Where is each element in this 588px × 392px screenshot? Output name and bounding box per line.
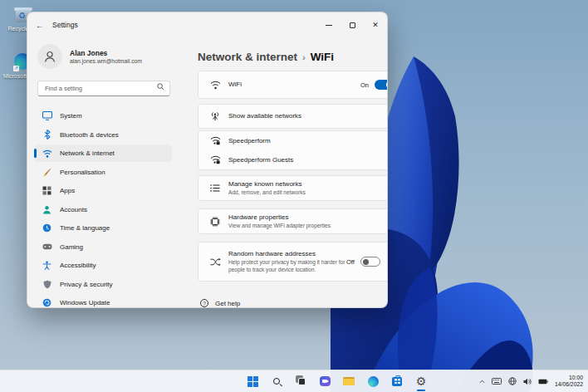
help-icon: ?: [200, 299, 208, 307]
sidebar-item-label: Accounts: [60, 206, 87, 213]
sidebar-item-label: Personalisation: [60, 169, 105, 176]
volume-icon[interactable]: [523, 378, 532, 385]
battery-icon[interactable]: [538, 379, 548, 385]
gamepad-icon: [42, 242, 52, 252]
apps-icon: [42, 186, 52, 196]
avatar: [37, 44, 62, 69]
wifi-state: On: [360, 81, 369, 89]
accounts-icon: [42, 204, 52, 214]
settings-window: ← Settings ✕ Alan Jones alan.jones.wm@ho…: [27, 12, 388, 308]
broadcast-tower-icon: [210, 111, 228, 121]
show-networks-label: Show available networks: [228, 112, 387, 120]
user-name: Alan Jones: [70, 49, 142, 57]
chat-icon: [320, 376, 331, 386]
tray-chevron-icon[interactable]: [479, 379, 485, 385]
network-list-item[interactable]: Speedperform: [198, 131, 388, 150]
breadcrumb-parent[interactable]: Network & internet: [198, 51, 297, 63]
gear-icon: ⚙: [416, 375, 427, 387]
sidebar-item-gaming[interactable]: Gaming: [34, 238, 172, 256]
sidebar-item-label: System: [60, 112, 82, 120]
network-name: Speedperform: [228, 137, 271, 145]
tray-clock[interactable]: 10:00 14/06/2022: [555, 375, 583, 389]
sidebar-nav: System Bluetooth & devices Network & int…: [32, 107, 174, 308]
minimize-button[interactable]: [317, 12, 341, 37]
store-icon: [392, 377, 402, 386]
update-icon: [42, 298, 52, 308]
available-networks-list: Speedperform Speedperform Guests: [198, 130, 388, 170]
shortcut-arrow-icon: ↗: [13, 66, 19, 71]
get-help-label: Get help: [215, 300, 240, 307]
shuffle-icon: [210, 258, 228, 266]
sidebar-item-network[interactable]: Network & internet: [34, 145, 172, 162]
tray-time: 10:00: [555, 375, 583, 382]
wifi-toggle[interactable]: [375, 80, 388, 90]
chat-button[interactable]: [315, 371, 335, 391]
network-list-item[interactable]: Speedperform Guests: [198, 150, 388, 169]
get-help-link[interactable]: ? Get help: [198, 299, 388, 307]
folder-icon: [343, 377, 355, 386]
store-button[interactable]: [387, 371, 407, 391]
search-input[interactable]: [37, 81, 170, 96]
sidebar-item-system[interactable]: System: [34, 107, 172, 125]
maximize-icon: [350, 22, 355, 28]
sidebar-item-label: Time & language: [60, 224, 110, 232]
account-header[interactable]: Alan Jones alan.jones.wm@hotmail.com: [32, 39, 174, 69]
sidebar-item-bluetooth[interactable]: Bluetooth & devices: [34, 126, 172, 144]
show-networks-expander[interactable]: Show available networks: [198, 104, 388, 129]
brush-icon: [42, 167, 52, 177]
sidebar-item-label: Gaming: [60, 243, 83, 251]
random-hardware-state: Off: [346, 258, 355, 266]
edge-icon: [368, 376, 379, 387]
window-title: Settings: [52, 21, 78, 29]
system-icon: [42, 111, 52, 121]
sidebar-item-accounts[interactable]: Accounts: [34, 201, 172, 218]
sidebar-item-apps[interactable]: Apps: [34, 182, 172, 199]
page-title: WiFi: [311, 51, 334, 63]
start-button[interactable]: [243, 371, 262, 391]
settings-content: Network & internet › WiFi WiFi On: [174, 37, 387, 307]
user-email: alan.jones.wm@hotmail.com: [70, 58, 142, 64]
sidebar-item-windows-update[interactable]: Windows Update: [34, 294, 172, 308]
sidebar-item-label: Network & internet: [60, 149, 115, 157]
hardware-properties-subtitle: View and manage WiFi adapter properties: [228, 223, 388, 230]
sidebar-item-privacy[interactable]: Privacy & security: [34, 276, 172, 293]
sidebar-item-accessibility[interactable]: Accessibility: [34, 257, 172, 274]
network-globe-icon[interactable]: [508, 377, 517, 385]
back-button[interactable]: ←: [27, 21, 52, 30]
task-view-button[interactable]: [291, 371, 311, 391]
random-hardware-title: Random hardware addresses: [228, 250, 346, 258]
random-hardware-subtitle: Help protect your privacy by making it h…: [228, 259, 346, 273]
hardware-properties-card[interactable]: Hardware properties View and manage WiFi…: [198, 208, 388, 234]
system-tray: 10:00 14/06/2022: [479, 370, 583, 392]
chevron-up-icon: [387, 114, 388, 119]
maximize-button[interactable]: [341, 12, 364, 37]
close-button[interactable]: ✕: [364, 12, 387, 37]
network-name: Speedperform Guests: [228, 156, 293, 164]
list-icon: [210, 184, 228, 192]
manage-networks-subtitle: Add, remove, and edit networks: [228, 189, 388, 197]
settings-button[interactable]: ⚙: [411, 371, 431, 391]
sidebar-item-label: Bluetooth & devices: [60, 131, 119, 139]
wifi-secured-icon: [210, 136, 228, 145]
random-hardware-toggle[interactable]: [360, 257, 380, 267]
file-explorer-button[interactable]: [339, 371, 359, 391]
titlebar[interactable]: ← Settings ✕: [27, 12, 387, 37]
sidebar-item-label: Apps: [60, 187, 75, 194]
wifi-icon: [210, 81, 228, 90]
sidebar-item-time-language[interactable]: Time & language: [34, 219, 172, 237]
breadcrumb-separator: ›: [302, 52, 306, 62]
manage-networks-title: Manage known networks: [228, 180, 388, 189]
search-box: [37, 79, 170, 96]
windows-logo-icon: [247, 376, 258, 387]
search-button[interactable]: [267, 371, 287, 391]
breadcrumb: Network & internet › WiFi: [198, 51, 379, 69]
manage-known-networks-card[interactable]: Manage known networks Add, remove, and e…: [198, 175, 388, 201]
hardware-properties-title: Hardware properties: [228, 213, 388, 222]
random-hardware-card: Random hardware addresses Help protect y…: [198, 242, 388, 282]
sidebar-item-label: Accessibility: [60, 262, 96, 269]
tray-date: 14/06/2022: [555, 381, 583, 389]
edge-button[interactable]: [363, 371, 383, 391]
sidebar-item-personalisation[interactable]: Personalisation: [34, 164, 172, 181]
taskbar: ⚙ 10:00 14/06/2022: [0, 370, 588, 392]
touch-keyboard-icon[interactable]: [492, 378, 502, 385]
